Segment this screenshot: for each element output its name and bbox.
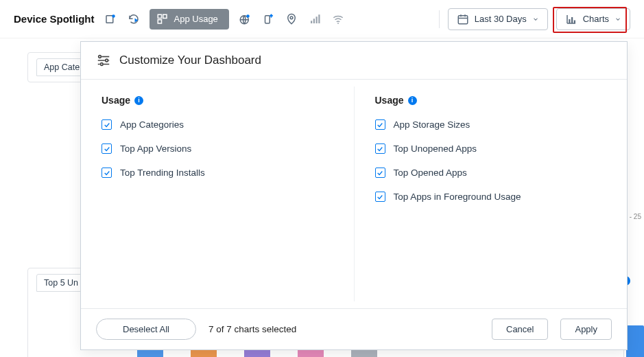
- checkbox-checked-icon: [375, 168, 385, 178]
- selection-status: 7 of 7 charts selected: [208, 324, 296, 334]
- content-area: App Cate - 25 Top 5 Un - 25 Customize Yo…: [0, 38, 644, 357]
- cancel-button[interactable]: Cancel: [492, 319, 548, 340]
- svg-point-20: [106, 59, 108, 62]
- info-icon[interactable]: i: [408, 96, 417, 105]
- date-range-button[interactable]: Last 30 Days: [448, 8, 548, 30]
- svg-rect-5: [158, 19, 161, 23]
- refresh-icon[interactable]: [126, 12, 141, 27]
- svg-point-1: [112, 14, 115, 18]
- left-col-title-text: Usage: [102, 95, 130, 106]
- page-title: Device Spotlight: [14, 13, 95, 25]
- sliders-icon: [96, 53, 111, 68]
- apply-button[interactable]: Apply: [560, 319, 612, 340]
- customize-dashboard-popover: Customize Your Dashboard Usage i App Cat…: [80, 41, 628, 350]
- svg-point-14: [337, 23, 339, 24]
- chevron-down-icon: [615, 16, 621, 23]
- svg-rect-12: [315, 16, 317, 23]
- svg-rect-15: [458, 15, 468, 23]
- option-label: App Categories: [120, 119, 184, 130]
- globe-icon[interactable]: [237, 12, 252, 27]
- checkbox-checked-icon: [375, 119, 385, 130]
- svg-rect-11: [313, 19, 315, 23]
- right-column: Usage i App Storage Sizes Top Unopened A…: [354, 87, 628, 301]
- option-label: App Storage Sizes: [394, 119, 470, 130]
- wifi-icon[interactable]: [331, 12, 346, 27]
- svg-rect-10: [311, 21, 312, 23]
- axis-tick: - 25: [630, 213, 641, 220]
- option-top-app-versions[interactable]: Top App Versions: [102, 143, 333, 154]
- app-usage-label: App Usage: [174, 14, 218, 24]
- bar: [626, 325, 644, 357]
- option-top-apps-foreground-usage[interactable]: Top Apps in Foreground Usage: [375, 192, 607, 202]
- date-range-label: Last 30 Days: [475, 14, 527, 24]
- charts-label: Charts: [583, 14, 609, 24]
- option-label: Top Unopened Apps: [394, 143, 477, 154]
- location-pin-icon[interactable]: [284, 12, 299, 27]
- checkbox-checked-icon: [375, 192, 385, 202]
- svg-rect-13: [318, 14, 320, 23]
- option-app-categories[interactable]: App Categories: [102, 119, 333, 130]
- popover-header: Customize Your Dashboard: [81, 42, 627, 80]
- svg-point-7: [246, 14, 250, 18]
- option-label: Top Trending Installs: [120, 168, 205, 178]
- option-label: Top App Versions: [120, 143, 191, 154]
- info-icon[interactable]: i: [134, 96, 143, 105]
- svg-point-21: [100, 63, 103, 66]
- svg-rect-0: [106, 15, 113, 23]
- open-external-icon[interactable]: [103, 12, 118, 27]
- svg-point-9: [290, 16, 293, 19]
- option-top-opened-apps[interactable]: Top Opened Apps: [375, 168, 607, 178]
- option-label: Top Apps in Foreground Usage: [394, 192, 521, 202]
- deselect-all-button[interactable]: Deselect All: [96, 319, 196, 340]
- checkbox-checked-icon: [102, 143, 112, 154]
- bg-card-upper-tab[interactable]: App Cate: [36, 58, 87, 76]
- right-col-title: Usage i: [375, 95, 607, 106]
- svg-rect-8: [265, 15, 270, 23]
- checkbox-checked-icon: [375, 143, 385, 154]
- popover-footer: Deselect All 7 of 7 charts selected Canc…: [81, 308, 627, 349]
- left-col-title: Usage i: [102, 95, 333, 106]
- charts-button[interactable]: Charts: [556, 8, 630, 30]
- toolbar-divider: [439, 10, 440, 28]
- svg-rect-17: [571, 17, 573, 23]
- checkbox-checked-icon: [102, 168, 112, 178]
- popover-title: Customize Your Dashboard: [119, 54, 261, 67]
- app-usage-pill[interactable]: App Usage: [150, 9, 229, 30]
- svg-rect-16: [569, 19, 570, 23]
- toolbar: Device Spotlight App Usage Last 30 Days …: [0, 0, 644, 38]
- svg-rect-3: [158, 14, 161, 18]
- bg-card-lower-tab[interactable]: Top 5 Un: [36, 274, 86, 292]
- checkbox-checked-icon: [102, 119, 112, 130]
- right-col-title-text: Usage: [375, 95, 404, 106]
- popover-body: Usage i App Categories Top App Versions …: [81, 80, 627, 308]
- option-top-unopened-apps[interactable]: Top Unopened Apps: [375, 143, 607, 154]
- device-upload-icon[interactable]: [261, 12, 276, 27]
- svg-rect-18: [573, 20, 575, 23]
- option-top-trending-installs[interactable]: Top Trending Installs: [102, 168, 333, 178]
- option-label: Top Opened Apps: [394, 168, 467, 178]
- svg-point-19: [99, 56, 102, 58]
- svg-rect-4: [163, 14, 166, 18]
- option-app-storage-sizes[interactable]: App Storage Sizes: [375, 119, 607, 130]
- signal-bars-icon[interactable]: [307, 12, 322, 27]
- chevron-down-icon: [532, 16, 539, 23]
- left-column: Usage i App Categories Top App Versions …: [81, 87, 354, 301]
